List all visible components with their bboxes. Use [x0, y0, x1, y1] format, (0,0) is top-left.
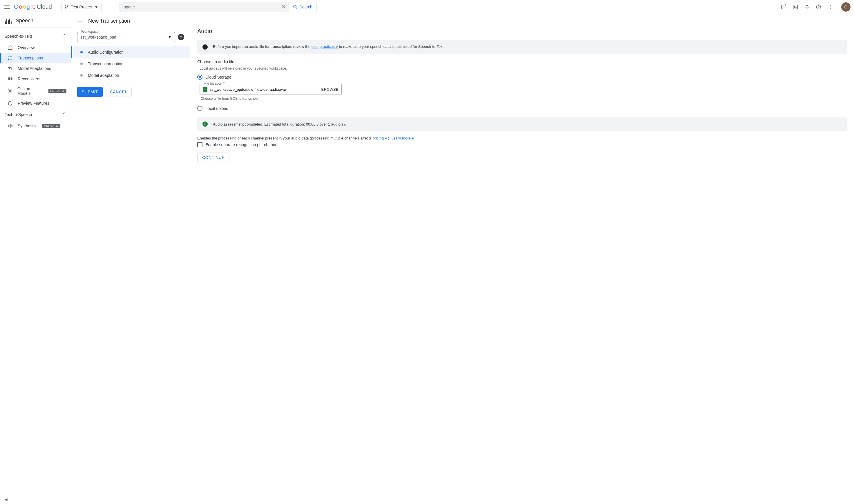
svg-rect-22	[8, 79, 10, 80]
submit-button[interactable]: SUBMIT	[77, 87, 103, 97]
cloud-shell-icon[interactable]	[793, 4, 798, 10]
radio-icon	[197, 74, 202, 80]
pricing-link[interactable]: pricing⬈	[373, 136, 387, 140]
svg-point-8	[830, 6, 831, 7]
svg-rect-17	[9, 67, 10, 69]
best-practices-link[interactable]: best practices⬈	[312, 44, 338, 49]
nav-synthesize[interactable]: Synthesize PREVIEW	[0, 121, 71, 131]
collapse-sidebar-icon[interactable]: ◂I	[5, 497, 8, 502]
external-link-icon: ⬈	[411, 137, 414, 140]
step-model-adaptation[interactable]: Model adaptation	[71, 70, 190, 81]
step-transcription-options[interactable]: Transcription options	[71, 58, 190, 70]
custom-models-icon	[7, 88, 13, 94]
more-icon[interactable]	[827, 4, 833, 10]
info-icon: i	[202, 44, 208, 50]
svg-point-9	[830, 8, 831, 9]
nav-group-tts[interactable]: Text-to-Speech ⌃	[0, 108, 71, 121]
speech-product-icon	[5, 17, 12, 24]
radio-local-upload[interactable]: Local upload	[197, 105, 847, 112]
svg-rect-11	[10, 57, 12, 57]
nav-preview-features[interactable]: Preview Features	[0, 98, 71, 108]
radio-cloud-storage[interactable]: Cloud Storage	[197, 73, 847, 81]
step-dot-icon	[81, 51, 83, 53]
nav-transcriptions[interactable]: Transcriptions	[0, 53, 71, 63]
checkbox-icon	[197, 142, 202, 147]
info-banner: i Before you import an audio file for tr…	[197, 40, 847, 54]
svg-rect-5	[794, 5, 798, 9]
recognizers-icon	[7, 76, 13, 82]
step-label: Model adaptation	[88, 73, 119, 78]
svg-point-0	[65, 5, 66, 6]
preview-icon	[7, 100, 13, 106]
config-panel: ← New Transcription Workspace sst_worksp…	[71, 14, 190, 504]
project-picker[interactable]: Test Project ▼	[61, 2, 102, 12]
synthesize-icon	[7, 123, 13, 129]
learn-more-link[interactable]: Learn more⬈	[391, 136, 414, 140]
nav-model-adaptations[interactable]: Model Adaptations	[0, 63, 71, 74]
nav-recognizers[interactable]: Recognizers	[0, 74, 71, 84]
notifications-icon[interactable]	[804, 4, 810, 10]
sidebar: Speech Speech-to-Text ⌃ Overview Transcr…	[0, 14, 71, 504]
file-location-input[interactable]	[210, 87, 319, 92]
svg-rect-23	[11, 77, 13, 78]
nav-label: Recognizers	[18, 76, 40, 81]
svg-rect-13	[10, 58, 12, 58]
file-helper-text: Choose a file from GCS to transcribe.	[201, 96, 847, 101]
product-title: Speech	[16, 18, 33, 24]
clear-search-icon[interactable]: ✕	[278, 4, 289, 10]
search-input[interactable]	[120, 5, 279, 9]
nav-label: Custom Models	[17, 86, 44, 96]
search-bar: ✕ Search	[120, 2, 317, 12]
svg-rect-16	[8, 67, 9, 68]
workspace-label: Workspace	[80, 30, 100, 34]
nav-label: Overview	[18, 45, 35, 50]
nav-label: Transcriptions	[18, 56, 43, 60]
nav-custom-models[interactable]: Custom Models PREVIEW	[0, 84, 71, 98]
svg-rect-21	[8, 78, 10, 79]
svg-point-3	[293, 5, 296, 8]
success-banner: ✓ Audio assessment completed. Estimated …	[197, 118, 847, 131]
browse-button[interactable]: BROWSE	[321, 87, 339, 92]
dropdown-icon: ▼	[94, 5, 98, 9]
google-cloud-logo[interactable]: Google Cloud	[14, 3, 52, 10]
svg-point-1	[67, 5, 68, 7]
nav-group-stt[interactable]: Speech-to-Text ⌃	[0, 30, 71, 42]
main-content: Audio i Before you import an audio file …	[190, 14, 854, 504]
workspace-value: sst_workspace_ppd	[81, 35, 116, 39]
back-arrow-icon[interactable]: ←	[77, 18, 83, 24]
external-link-icon: ⬈	[335, 45, 338, 49]
svg-line-4	[296, 7, 297, 8]
success-text: Audio assessment completed. Estimated to…	[213, 122, 346, 126]
continue-button[interactable]: CONTINUE	[197, 152, 229, 162]
home-icon	[7, 44, 13, 51]
choose-file-title: Choose an audio file	[197, 59, 847, 64]
svg-rect-12	[8, 58, 9, 58]
step-audio-config[interactable]: Audio Configuration	[71, 47, 190, 58]
svg-point-2	[65, 7, 67, 8]
help-icon[interactable]	[816, 4, 821, 10]
svg-point-7	[830, 5, 831, 5]
radio-icon	[197, 106, 202, 111]
sidebar-header: Speech	[0, 14, 71, 28]
upload-hint: Local uploads will be stored in your spe…	[200, 67, 847, 70]
adaptations-icon	[7, 66, 13, 71]
project-name: Test Project	[71, 5, 92, 9]
checkbox-label: Enable separate recognition per channel.	[206, 142, 279, 147]
cancel-button[interactable]: CANCEL	[106, 87, 132, 97]
success-check-icon: ✓	[202, 122, 208, 127]
step-label: Audio Configuration	[88, 50, 124, 55]
workspace-select[interactable]: Workspace sst_workspace_ppd ▼	[77, 32, 175, 42]
menu-icon[interactable]	[3, 3, 11, 11]
send-feedback-icon[interactable]	[781, 4, 787, 10]
user-avatar[interactable]: G	[841, 2, 851, 12]
audio-heading: Audio	[197, 28, 847, 35]
svg-rect-15	[10, 59, 12, 60]
top-bar: Google Cloud Test Project ▼ ✕ Search G	[0, 0, 854, 14]
workspace-help-icon[interactable]: ?	[178, 34, 184, 40]
svg-rect-18	[11, 67, 11, 68]
step-dot-icon	[81, 74, 83, 76]
separate-channel-checkbox-row[interactable]: Enable separate recognition per channel.	[197, 142, 847, 147]
check-icon	[203, 87, 208, 92]
nav-overview[interactable]: Overview	[0, 42, 71, 53]
search-button[interactable]: Search	[289, 2, 316, 12]
